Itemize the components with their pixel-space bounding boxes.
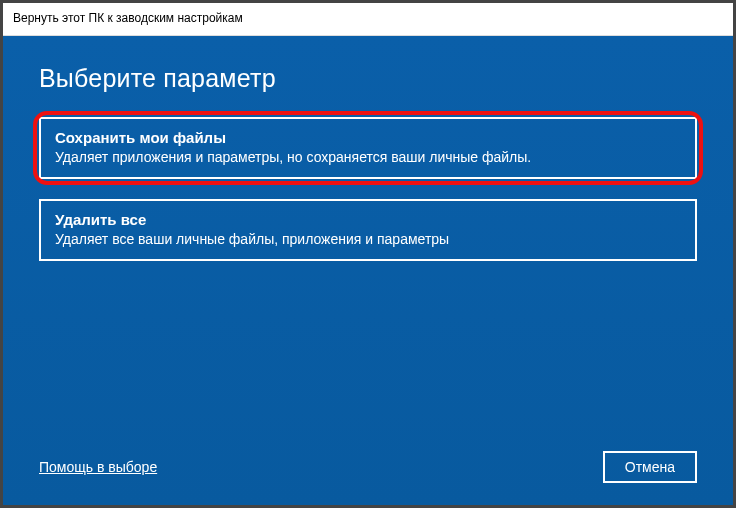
option-title: Сохранить мои файлы bbox=[55, 129, 681, 146]
cancel-button[interactable]: Отмена bbox=[603, 451, 697, 483]
option-description: Удаляет приложения и параметры, но сохра… bbox=[55, 149, 681, 165]
options-list: Сохранить мои файлы Удаляет приложения и… bbox=[39, 117, 697, 261]
help-link[interactable]: Помощь в выборе bbox=[39, 459, 157, 475]
option-keep-files[interactable]: Сохранить мои файлы Удаляет приложения и… bbox=[39, 117, 697, 179]
option-description: Удаляет все ваши личные файлы, приложени… bbox=[55, 231, 681, 247]
option-title: Удалить все bbox=[55, 211, 681, 228]
page-heading: Выберите параметр bbox=[39, 64, 697, 93]
footer: Помощь в выборе Отмена bbox=[39, 451, 697, 483]
option-remove-everything[interactable]: Удалить все Удаляет все ваши личные файл… bbox=[39, 199, 697, 261]
reset-pc-window: Вернуть этот ПК к заводским настройкам В… bbox=[0, 0, 736, 508]
content-area: Выберите параметр Сохранить мои файлы Уд… bbox=[3, 36, 733, 505]
window-title: Вернуть этот ПК к заводским настройкам bbox=[3, 3, 733, 36]
